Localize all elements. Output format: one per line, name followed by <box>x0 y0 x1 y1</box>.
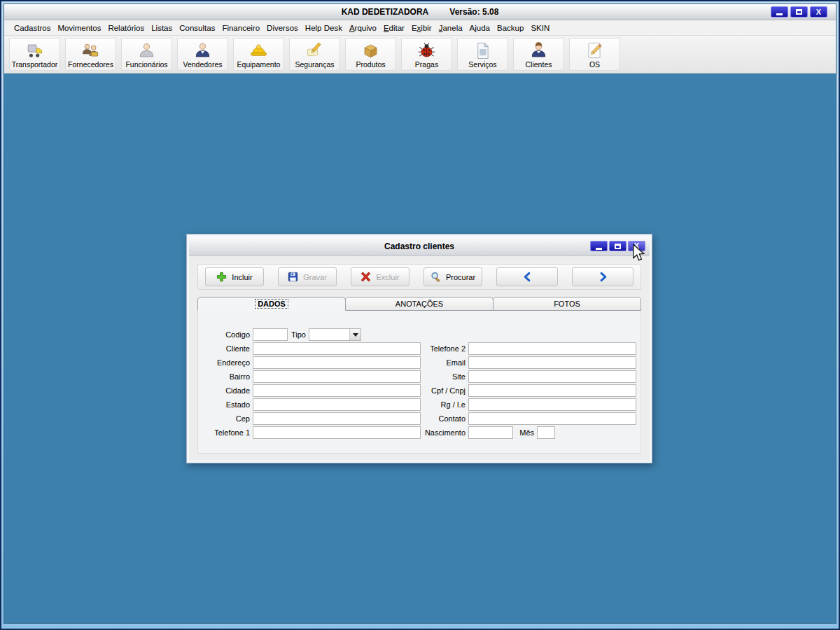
estado-input[interactable] <box>253 398 421 411</box>
tipo-selected-value <box>309 329 349 340</box>
toolbar-item-funcionarios[interactable]: Funcionários <box>121 38 172 71</box>
menu-item-backup[interactable]: Backup <box>493 22 527 34</box>
nascimento-input[interactable] <box>468 426 513 439</box>
rg-ie-label: Rg / I.e <box>424 400 468 409</box>
cep-input[interactable] <box>253 412 421 425</box>
toolbar-item-os[interactable]: OS <box>569 38 620 71</box>
incluir-button[interactable]: Incluir <box>205 267 264 286</box>
dialog-close-button[interactable]: X <box>628 241 645 251</box>
nascimento-label: Nascimento <box>424 428 468 437</box>
codigo-input[interactable] <box>253 328 288 341</box>
menu-item-cadastros[interactable]: Cadastros <box>10 22 54 34</box>
menu-item-movimentos[interactable]: Movimentos <box>54 22 104 34</box>
toolbar-item-pragas[interactable]: Pragas <box>401 38 452 71</box>
suppliers-icon <box>81 41 100 60</box>
toolbar-item-segurancas[interactable]: Seguranças <box>289 38 340 71</box>
cidade-label: Cidade <box>204 386 253 395</box>
form-row: Contato <box>424 412 636 426</box>
menu-item-listas[interactable]: Listas <box>148 22 176 34</box>
endereco-label: Endereço <box>204 358 253 367</box>
form-left-column: Cliente Endereço Bairro Cidade Estado Ce… <box>204 342 421 440</box>
cep-label: Cep <box>204 414 253 423</box>
minimize-icon <box>776 13 783 15</box>
tab-anotacoes[interactable]: ANOTAÇÕES <box>345 297 493 311</box>
chevron-right-icon <box>598 272 608 282</box>
contato-input[interactable] <box>468 412 636 425</box>
toolbar-item-label: Equipamento <box>237 60 281 69</box>
toolbar-item-equipamento[interactable]: Equipamento <box>233 38 284 71</box>
menu-item-financeiro[interactable]: Financeiro <box>218 22 263 34</box>
toolbar-item-vendedores[interactable]: Vendedores <box>177 38 228 71</box>
dialog-maximize-button[interactable] <box>609 241 626 251</box>
toolbar-item-label: OS <box>589 60 600 69</box>
procurar-button[interactable]: Procurar <box>424 267 482 286</box>
minimize-button[interactable] <box>771 6 788 18</box>
cpf-cnpj-input[interactable] <box>468 384 636 397</box>
tipo-select[interactable] <box>309 328 361 341</box>
dialog-toolbar: Incluir Gravar Excluir Procurar <box>197 264 641 290</box>
endereco-input[interactable] <box>253 356 421 369</box>
menu-item-editar[interactable]: Editar <box>380 22 408 34</box>
site-input[interactable] <box>468 370 636 383</box>
menu-item-janela[interactable]: Janela <box>435 22 466 34</box>
previous-record-button[interactable] <box>496 267 558 286</box>
safety-note-icon <box>305 41 324 60</box>
gravar-button[interactable]: Gravar <box>278 267 337 286</box>
menu-item-arquivo[interactable]: Arquivo <box>346 22 380 34</box>
telefone1-input[interactable] <box>253 426 421 439</box>
form-row: Telefone 1 <box>204 426 421 440</box>
form-row: Site <box>424 370 636 384</box>
form-row: Email <box>424 356 636 370</box>
toolbar-item-fornecedores[interactable]: Fornecedores <box>65 38 116 71</box>
menu-item-skin[interactable]: SKIN <box>527 22 553 34</box>
close-button[interactable]: X <box>810 6 827 18</box>
dialog-minimize-button[interactable] <box>590 241 608 251</box>
dialog-tabs: DADOS ANOTAÇÕES FOTOS <box>197 297 641 311</box>
cliente-label: Cliente <box>204 344 253 353</box>
toolbar-item-clientes[interactable]: Clientes <box>513 38 564 71</box>
maximize-button[interactable] <box>790 6 808 18</box>
email-input[interactable] <box>468 356 636 369</box>
nascimento-row: Nascimento Mês <box>424 426 636 440</box>
main-titlebar: KAD DEDETIZADORA Versão: 5.08 X <box>4 4 836 20</box>
mes-input[interactable] <box>537 426 555 439</box>
bairro-input[interactable] <box>253 370 421 383</box>
rg-ie-input[interactable] <box>468 398 636 411</box>
maximize-icon <box>796 9 802 15</box>
form-row: Cidade <box>204 384 421 398</box>
cliente-input[interactable] <box>253 342 421 355</box>
seller-icon <box>193 41 212 60</box>
hardhat-icon <box>249 41 268 60</box>
toolbar-item-produtos[interactable]: Produtos <box>345 38 396 71</box>
gravar-label: Gravar <box>303 273 327 281</box>
dropdown-arrow-icon[interactable] <box>349 329 360 340</box>
form-row: Cliente <box>204 342 421 356</box>
menu-item-help-desk[interactable]: Help Desk <box>302 22 346 34</box>
menu-item-diversos[interactable]: Diversos <box>263 22 302 34</box>
tab-anotacoes-label: ANOTAÇÕES <box>396 300 443 308</box>
contato-label: Contato <box>424 414 468 423</box>
telefone2-input[interactable] <box>468 342 636 355</box>
toolbar-item-transportador[interactable]: Transportador <box>9 38 60 71</box>
menu-item-consultas[interactable]: Consultas <box>176 22 218 34</box>
form-row: Cep <box>204 412 421 426</box>
truck-icon <box>25 41 44 60</box>
tipo-label: Tipo <box>288 330 309 339</box>
cadastro-clientes-dialog: Cadastro clientes X Incluir Gravar <box>186 234 652 463</box>
tab-fotos[interactable]: FOTOS <box>493 297 641 311</box>
form-row: Rg / I.e <box>424 398 636 412</box>
next-record-button[interactable] <box>572 267 634 286</box>
toolbar-item-servicos[interactable]: Serviços <box>457 38 508 71</box>
menu-item-relat-rios[interactable]: Relatórios <box>104 22 148 34</box>
form-row: Bairro <box>204 370 421 384</box>
delete-x-icon <box>360 272 371 282</box>
excluir-button[interactable]: Excluir <box>351 267 410 286</box>
cidade-input[interactable] <box>253 384 421 397</box>
dialog-titlebar[interactable]: Cadastro clientes X <box>189 237 650 256</box>
menu-item-exibir[interactable]: Exibir <box>408 22 435 34</box>
tab-dados[interactable]: DADOS <box>197 297 346 311</box>
close-icon: X <box>816 8 821 16</box>
toolbar-item-label: Clientes <box>526 60 552 69</box>
menu-bar: CadastrosMovimentosRelatóriosListasConsu… <box>4 20 836 36</box>
menu-item-ajuda[interactable]: Ajuda <box>466 22 493 34</box>
